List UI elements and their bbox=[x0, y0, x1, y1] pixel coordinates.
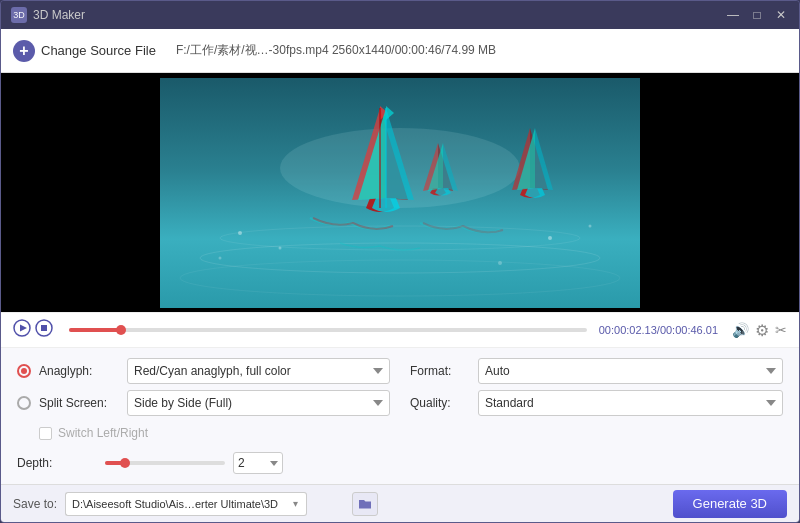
save-path-input[interactable] bbox=[65, 492, 285, 516]
quality-label: Quality: bbox=[410, 396, 470, 410]
save-to-label: Save to: bbox=[13, 497, 57, 511]
play-button[interactable] bbox=[13, 319, 31, 341]
app-window: 3D 3D Maker — □ ✕ + Change Source File F… bbox=[0, 0, 800, 523]
quality-select[interactable]: Standard High Ultra bbox=[478, 390, 783, 416]
maximize-button[interactable]: □ bbox=[749, 8, 765, 22]
settings-columns: Anaglyph: Red/Cyan anaglyph, full color … bbox=[17, 358, 783, 474]
anaglyph-radio[interactable] bbox=[17, 364, 31, 378]
app-title: 3D Maker bbox=[33, 8, 725, 22]
progress-handle[interactable] bbox=[116, 325, 126, 335]
split-screen-select[interactable]: Side by Side (Full) Side by Side (Half) bbox=[127, 390, 390, 416]
controls-bar: 00:00:02.13/00:00:46.01 🔊 ⚙ ✂ bbox=[1, 312, 799, 348]
title-bar: 3D 3D Maker — □ ✕ bbox=[1, 1, 799, 29]
anaglyph-select[interactable]: Red/Cyan anaglyph, full color Red/Cyan a… bbox=[127, 358, 390, 384]
open-folder-button[interactable] bbox=[352, 492, 378, 516]
bottom-bar: Save to: ▾ Generate 3D bbox=[1, 484, 799, 522]
save-path-container: ▾ bbox=[65, 492, 344, 516]
video-area bbox=[1, 73, 799, 312]
right-settings-column: Format: Auto MP4 AVI Quality: Standard H… bbox=[410, 358, 783, 474]
format-row: Format: Auto MP4 AVI bbox=[410, 358, 783, 384]
generate-3d-button[interactable]: Generate 3D bbox=[673, 490, 787, 518]
progress-bar[interactable] bbox=[69, 328, 587, 332]
settings-area: Anaglyph: Red/Cyan anaglyph, full color … bbox=[1, 348, 799, 484]
time-display: 00:00:02.13/00:00:46.01 bbox=[599, 324, 718, 336]
format-label: Format: bbox=[410, 364, 470, 378]
switch-left-right-checkbox[interactable] bbox=[39, 427, 52, 440]
cut-icon[interactable]: ✂ bbox=[775, 322, 787, 338]
app-icon: 3D bbox=[11, 7, 27, 23]
anaglyph-row: Anaglyph: Red/Cyan anaglyph, full color … bbox=[17, 358, 390, 384]
split-screen-radio[interactable] bbox=[17, 396, 31, 410]
format-select[interactable]: Auto MP4 AVI bbox=[478, 358, 783, 384]
depth-handle[interactable] bbox=[120, 458, 130, 468]
change-source-label: Change Source File bbox=[41, 43, 156, 58]
svg-point-9 bbox=[548, 236, 552, 240]
window-controls: — □ ✕ bbox=[725, 8, 789, 22]
video-frame bbox=[160, 78, 640, 308]
anaglyph-label: Anaglyph: bbox=[39, 364, 119, 378]
settings-icon[interactable]: ⚙ bbox=[755, 321, 769, 340]
depth-row: Depth: 2 1 3 bbox=[17, 452, 390, 474]
save-path-dropdown[interactable]: ▾ bbox=[285, 492, 307, 516]
file-info: F:/工作/素材/视…-30fps.mp4 2560x1440/00:00:46… bbox=[176, 42, 496, 59]
toolbar: + Change Source File F:/工作/素材/视…-30fps.m… bbox=[1, 29, 799, 73]
left-settings-column: Anaglyph: Red/Cyan anaglyph, full color … bbox=[17, 358, 390, 474]
depth-label: Depth: bbox=[17, 456, 97, 470]
svg-point-7 bbox=[238, 231, 242, 235]
switch-left-right-label: Switch Left/Right bbox=[58, 426, 148, 440]
depth-select[interactable]: 2 1 3 bbox=[233, 452, 283, 474]
change-source-button[interactable]: + Change Source File bbox=[13, 40, 156, 62]
video-preview bbox=[1, 73, 799, 312]
stop-button[interactable] bbox=[35, 319, 53, 341]
plus-icon: + bbox=[13, 40, 35, 62]
switch-left-right-row: Switch Left/Right bbox=[39, 426, 390, 440]
split-screen-label: Split Screen: bbox=[39, 396, 119, 410]
quality-row: Quality: Standard High Ultra bbox=[410, 390, 783, 416]
progress-fill bbox=[69, 328, 121, 332]
svg-rect-16 bbox=[41, 325, 47, 331]
close-button[interactable]: ✕ bbox=[773, 8, 789, 22]
split-screen-row: Split Screen: Side by Side (Full) Side b… bbox=[17, 390, 390, 416]
minimize-button[interactable]: — bbox=[725, 8, 741, 22]
svg-marker-14 bbox=[20, 325, 27, 332]
volume-icon[interactable]: 🔊 bbox=[732, 322, 749, 338]
svg-point-11 bbox=[498, 261, 502, 265]
svg-point-8 bbox=[279, 246, 282, 249]
svg-point-12 bbox=[219, 256, 222, 259]
svg-point-10 bbox=[589, 224, 592, 227]
depth-slider[interactable] bbox=[105, 461, 225, 465]
